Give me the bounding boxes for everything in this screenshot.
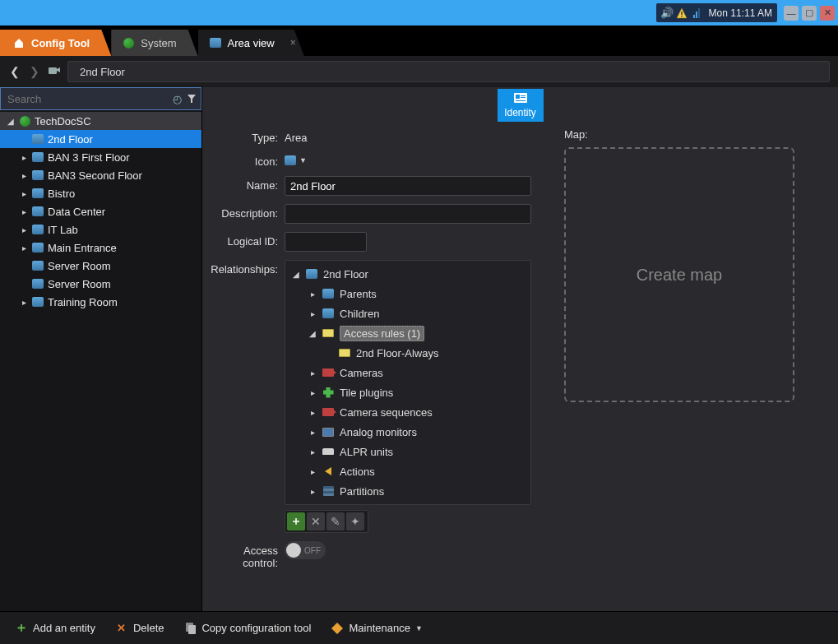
rel-root-label: 2nd Floor xyxy=(323,268,368,280)
rel-label: Access rules (1) xyxy=(340,326,424,341)
car-icon xyxy=(322,446,335,457)
logical-id-input[interactable] xyxy=(285,232,367,252)
rel-edit-button[interactable]: ✎ xyxy=(326,512,345,530)
home-icon xyxy=(13,37,25,49)
delete-label: Delete xyxy=(133,622,164,634)
type-value: Area xyxy=(285,128,539,144)
os-title-bar: 🔊 Mon 11:11 AM — ▢ ✕ xyxy=(0,0,838,25)
tab-close-icon[interactable]: × xyxy=(290,37,296,49)
maximize-button[interactable]: ▢ xyxy=(802,6,817,21)
tree-item[interactable]: ▸ Server Room xyxy=(0,257,201,275)
rel-alpr-units[interactable]: ▸ ALPR units xyxy=(285,442,530,461)
clock-label: Mon 11:11 AM xyxy=(709,7,772,19)
tree-item-label: Training Room xyxy=(48,296,118,308)
area-icon xyxy=(31,259,44,272)
copy-config-button[interactable]: Copy configuration tool xyxy=(183,622,311,635)
rel-analog-monitors[interactable]: ▸ Analog monitors xyxy=(285,422,530,442)
tree-item-label: Main Entrance xyxy=(48,242,117,254)
name-input[interactable] xyxy=(285,176,531,196)
action-bar: ＋ Add an entity ✕ Delete Copy configurat… xyxy=(0,611,838,644)
rel-label: Parents xyxy=(340,288,377,300)
delete-button[interactable]: ✕ Delete xyxy=(115,622,164,635)
close-button[interactable]: ✕ xyxy=(820,6,835,21)
svg-rect-2 xyxy=(681,16,682,17)
map-label: Map: xyxy=(564,128,830,141)
area-icon xyxy=(31,295,44,308)
tab-strip: Config Tool System Area view × xyxy=(0,25,838,56)
tree-item[interactable]: ▸ BAN 3 First Floor xyxy=(0,148,201,166)
relationships-toolbar: ＋ ✕ ✎ ✦ xyxy=(285,510,368,533)
tree-item[interactable]: ▸ Data Center xyxy=(0,202,201,220)
warning-icon[interactable] xyxy=(676,7,688,19)
rel-root[interactable]: ◢ 2nd Floor xyxy=(285,264,530,284)
svg-rect-5 xyxy=(698,8,700,18)
tab-system[interactable]: System xyxy=(111,30,197,56)
identity-icon xyxy=(514,93,527,105)
name-label: Name: xyxy=(211,176,285,192)
rel-access-rule-item[interactable]: ▸ 2nd Floor-Always xyxy=(285,343,530,363)
subtab-identity[interactable]: Identity xyxy=(498,89,544,122)
nav-forward-button[interactable]: ❯ xyxy=(28,65,41,78)
relationships-tree: ◢ 2nd Floor ▸ Parents ▸ Children xyxy=(285,260,531,505)
tree-item[interactable]: ▸ Bistro xyxy=(0,184,201,202)
tree-item[interactable]: ▸ IT Lab xyxy=(0,220,201,239)
tree-item-label: BAN3 Second Floor xyxy=(48,169,142,182)
network-icon[interactable] xyxy=(691,7,702,19)
rel-label: Cameras xyxy=(340,367,383,379)
create-map-dropzone[interactable]: Create map xyxy=(564,147,794,402)
map-panel: Map: Create map xyxy=(556,128,830,577)
rel-tools-button[interactable]: ✦ xyxy=(346,512,364,530)
svg-rect-9 xyxy=(521,95,525,96)
tree-item[interactable]: ▸ Training Room xyxy=(0,293,201,311)
area-icon xyxy=(31,277,44,290)
tree-root-label: TechDocSC xyxy=(35,115,91,127)
maintenance-label: Maintenance xyxy=(349,622,410,634)
tree-item-label: IT Lab xyxy=(48,224,78,236)
icon-picker[interactable]: ▼ xyxy=(285,152,539,165)
filter-icon[interactable] xyxy=(186,93,197,105)
rel-parents[interactable]: ▸ Parents xyxy=(285,284,530,303)
svg-marker-14 xyxy=(331,623,343,634)
maintenance-icon xyxy=(331,622,344,635)
search-input[interactable] xyxy=(4,93,171,105)
rel-cameras[interactable]: ▸ Cameras xyxy=(285,363,530,382)
tab-system-label: System xyxy=(141,37,176,49)
tree-item-label: Data Center xyxy=(48,206,105,218)
tree-item[interactable]: ▸ Main Entrance xyxy=(0,239,201,257)
minimize-button[interactable]: — xyxy=(784,6,799,21)
add-entity-button[interactable]: ＋ Add an entity xyxy=(15,622,95,635)
rel-access-rules[interactable]: ◢ Access rules (1) xyxy=(285,323,530,343)
refresh-icon[interactable]: ◴ xyxy=(171,93,183,105)
tab-config-label: Config Tool xyxy=(31,37,90,49)
svg-rect-13 xyxy=(188,625,196,634)
rel-label: Children xyxy=(340,308,379,320)
folder-icon xyxy=(322,288,335,299)
logical-id-label: Logical ID: xyxy=(211,232,285,248)
rel-actions[interactable]: ▸ Actions xyxy=(285,461,530,481)
rel-tile-plugins[interactable]: ▸ Tile plugins xyxy=(285,382,530,402)
breadcrumb-bar[interactable]: 2nd Floor xyxy=(67,61,830,82)
rel-camera-sequences[interactable]: ▸ Camera sequences xyxy=(285,402,530,422)
tab-area-view[interactable]: Area view × xyxy=(198,30,304,56)
area-icon xyxy=(31,187,44,200)
rel-label: Analog monitors xyxy=(340,426,417,438)
tree-root[interactable]: ◢ TechDocSC xyxy=(0,112,201,130)
create-map-label: Create map xyxy=(637,266,723,285)
monitor-icon xyxy=(322,426,335,438)
tree-item-2nd-floor[interactable]: ▸ 2nd Floor xyxy=(0,130,201,148)
volume-icon[interactable]: 🔊 xyxy=(661,7,673,19)
nav-back-button[interactable]: ❮ xyxy=(8,65,21,78)
svg-rect-1 xyxy=(681,12,682,15)
access-control-toggle[interactable]: OFF xyxy=(285,541,326,559)
description-input[interactable] xyxy=(285,204,531,224)
tree-item[interactable]: ▸ Server Room xyxy=(0,275,201,293)
speaker-icon xyxy=(322,466,335,477)
rel-add-button[interactable]: ＋ xyxy=(287,512,305,530)
rel-delete-button[interactable]: ✕ xyxy=(307,512,325,530)
maintenance-button[interactable]: Maintenance ▼ xyxy=(331,622,422,635)
tree-item[interactable]: ▸ BAN3 Second Floor xyxy=(0,166,201,184)
rel-children[interactable]: ▸ Children xyxy=(285,303,530,323)
rel-partitions[interactable]: ▸ Partitions xyxy=(285,481,530,501)
nav-home-icon[interactable] xyxy=(48,65,61,78)
tab-config-tool[interactable]: Config Tool xyxy=(0,30,111,56)
